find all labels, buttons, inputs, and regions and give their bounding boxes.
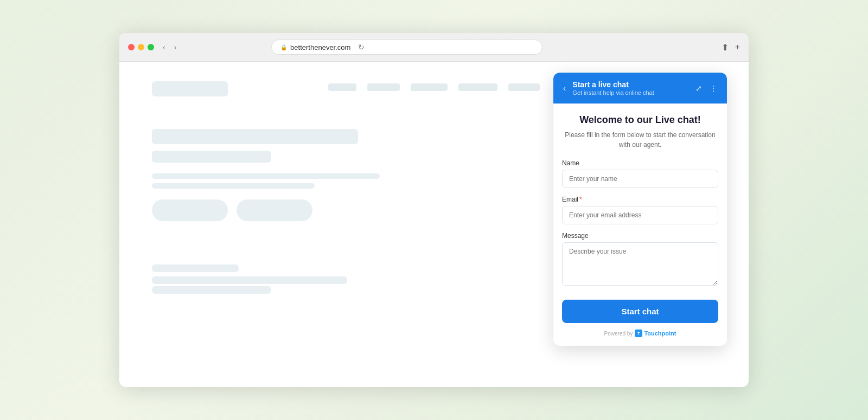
- traffic-lights: [128, 44, 154, 50]
- message-textarea[interactable]: [562, 242, 718, 286]
- share-button[interactable]: ⬆: [722, 42, 729, 53]
- email-label: Email*: [562, 196, 718, 203]
- chat-subtitle: Get instant help via online chat: [572, 89, 689, 96]
- url-text: betterthenever.com: [290, 43, 350, 51]
- touchpoint-icon: T: [635, 329, 642, 337]
- name-label: Name: [562, 159, 718, 167]
- address-bar[interactable]: 🔒 betterthenever.com ↻: [271, 40, 542, 55]
- name-field-group: Name: [562, 159, 718, 188]
- chat-header-actions: ⤢ ⋮: [694, 83, 718, 94]
- message-label: Message: [562, 232, 718, 240]
- nav-skeleton-item: [367, 83, 400, 91]
- browser-actions: ⬆ +: [722, 42, 740, 53]
- name-input[interactable]: [562, 170, 718, 188]
- browser-window: ‹ › 🔒 betterthenever.com ↻ ⬆ +: [119, 33, 749, 387]
- chat-header-text: Start a live chat Get instant help via o…: [572, 80, 689, 96]
- chat-body: Welcome to our Live chat! Please fill in…: [553, 104, 727, 346]
- nav-skeleton-item: [411, 83, 448, 91]
- skeleton-subheading: [152, 151, 271, 163]
- touchpoint-brand: T Touchpoint: [635, 329, 676, 337]
- nav-skeleton-item: [458, 83, 497, 91]
- skeleton-nav: [328, 83, 540, 91]
- skeleton-heading: [152, 129, 358, 144]
- chat-welcome-desc: Please fill in the form below to start t…: [562, 130, 718, 150]
- skeleton-button: [152, 199, 228, 221]
- powered-by: Powered by T Touchpoint: [562, 329, 718, 337]
- message-field-group: Message: [562, 232, 718, 288]
- chat-expand-button[interactable]: ⤢: [694, 83, 703, 94]
- start-chat-button[interactable]: Start chat: [562, 300, 718, 323]
- browser-chrome: ‹ › 🔒 betterthenever.com ↻ ⬆ +: [119, 33, 749, 62]
- browser-nav: ‹ ›: [161, 42, 178, 53]
- nav-skeleton-item: [328, 83, 356, 91]
- powered-by-text: Powered by: [604, 331, 633, 337]
- nav-skeleton-item: [508, 83, 540, 91]
- skeleton-section-title: [152, 264, 239, 272]
- email-input[interactable]: [562, 206, 718, 224]
- chat-title: Start a live chat: [572, 80, 689, 89]
- minimize-button[interactable]: [138, 44, 144, 50]
- chat-welcome-title: Welcome to our Live chat!: [562, 114, 718, 126]
- page-content: ‹ Start a live chat Get instant help via…: [119, 62, 749, 387]
- skeleton-logo: [152, 81, 228, 96]
- required-marker: *: [579, 196, 582, 203]
- skeleton-section-line: [152, 276, 347, 284]
- close-button[interactable]: [128, 44, 135, 50]
- chat-widget: ‹ Start a live chat Get instant help via…: [553, 73, 727, 346]
- lock-icon: 🔒: [280, 44, 287, 50]
- new-tab-button[interactable]: +: [735, 42, 740, 53]
- forward-button[interactable]: ›: [172, 42, 179, 53]
- skeleton-text-line: [152, 173, 380, 179]
- maximize-button[interactable]: [148, 44, 154, 50]
- chat-header: ‹ Start a live chat Get instant help via…: [553, 73, 727, 104]
- skeleton-section-line: [152, 286, 271, 294]
- skeleton-text-line: [152, 183, 315, 189]
- chat-back-button[interactable]: ‹: [562, 82, 567, 94]
- email-field-group: Email*: [562, 196, 718, 224]
- chat-more-button[interactable]: ⋮: [709, 83, 718, 94]
- skeleton-button: [237, 199, 312, 221]
- reload-button[interactable]: ↻: [358, 43, 365, 51]
- brand-name: Touchpoint: [644, 330, 676, 337]
- back-button[interactable]: ‹: [161, 42, 168, 53]
